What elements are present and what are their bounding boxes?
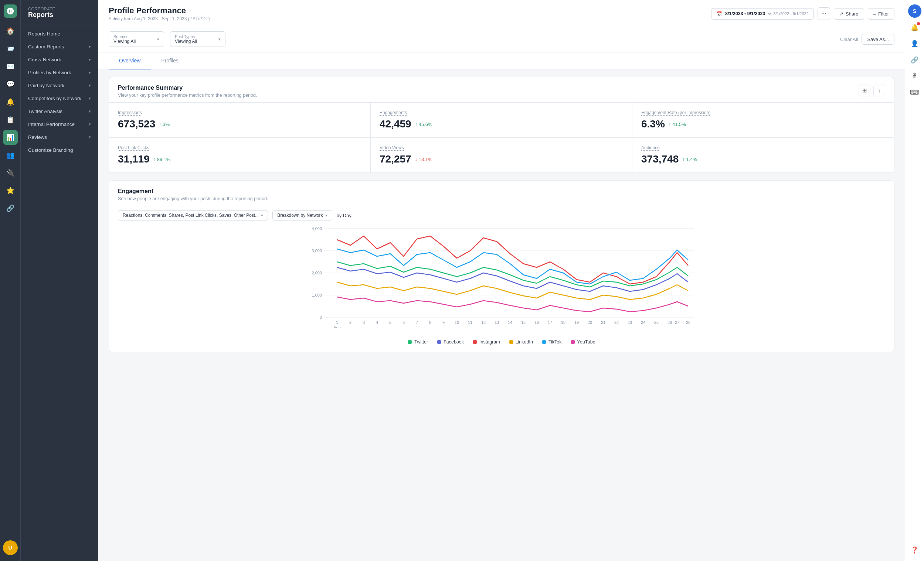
metrics-dropdown[interactable]: Reactions, Comments, Shares, Post Link C… [118,210,268,220]
svg-text:25: 25 [654,320,658,325]
sidebar-item-reviews[interactable]: Reviews ▾ [21,131,98,144]
svg-text:20: 20 [588,320,592,325]
chevron-icon: ▾ [89,44,91,49]
svg-text:22: 22 [614,320,619,325]
engagement-subtitle: See how people are engaging with your po… [118,196,268,201]
breakdown-dropdown[interactable]: Breakdown by Network ▾ [272,210,332,220]
youtube-legend-label: YouTube [578,340,596,344]
sources-select[interactable]: Sources Viewing All ▾ [109,31,164,47]
audience-value: 373,748 ↑ 1.4% [641,153,885,165]
sidebar-item-competitors-by-network[interactable]: Competitors by Network ▾ [21,92,98,105]
svg-text:3: 3 [363,320,365,325]
chevron-icon: ▾ [89,122,91,127]
legend-tiktok: TikTok [542,340,562,344]
activity-button[interactable]: 👤 [908,37,921,50]
share-icon: ↗ [839,11,843,16]
nav-apps-icon[interactable]: 🔌 [3,166,18,180]
facebook-legend-dot [437,340,441,344]
page-title: Profile Performance [109,6,210,15]
tabs-bar: Overview Profiles [98,52,905,69]
performance-summary-card: Performance Summary View your key profil… [109,77,894,173]
nav-inbox-icon[interactable]: 📨 [3,41,18,56]
post-types-select[interactable]: Post Types Viewing All ▾ [170,31,225,47]
sidebar-item-profiles-by-network[interactable]: Profiles by Network ▾ [21,66,98,79]
nav-analytics-icon[interactable]: 📊 [3,130,18,145]
grid-view-button[interactable]: ⊞ [859,85,870,96]
tab-overview[interactable]: Overview [109,52,151,69]
filter-button[interactable]: ≡ Filter [868,8,894,19]
export-button[interactable]: ↑ [873,85,885,96]
facebook-legend-label: Facebook [444,340,464,344]
post-link-clicks-change: ↑ 89.1% [153,157,171,162]
sources-chevron-icon: ▾ [157,37,159,42]
impressions-change: ↑ 3% [159,121,170,127]
chevron-icon: ▾ [89,83,91,88]
svg-text:9: 9 [442,320,445,325]
svg-text:17: 17 [548,320,552,325]
nav-groups-icon[interactable]: 🔗 [3,201,18,216]
nav-user-avatar[interactable]: U [3,540,18,555]
brand-title: Reports [28,11,91,19]
legend-youtube: YouTube [571,340,596,344]
chevron-icon: ▾ [89,109,91,114]
nav-campaigns-icon[interactable]: 🔔 [3,94,18,109]
monitor-button[interactable]: 🖥 [908,69,921,83]
clear-all-button[interactable]: Clear All [840,34,858,45]
link-button[interactable]: 🔗 [908,53,921,66]
metric-audience: Audience 373,748 ↑ 1.4% [632,138,894,172]
user-avatar-button[interactable]: S [908,4,921,18]
sidebar-item-reports-home[interactable]: Reports Home [21,27,98,40]
tab-profiles[interactable]: Profiles [151,52,189,69]
card-header: Performance Summary View your key profil… [109,77,894,102]
tiktok-legend-label: TikTok [549,340,562,344]
metric-engagements: Engagements 42,459 ↑ 45.6% [371,103,632,138]
breakdown-dropdown-chevron: ▾ [325,213,327,218]
sidebar-item-cross-network[interactable]: Cross-Network ▾ [21,53,98,66]
post-types-label-area: Post Types Viewing All [175,34,197,44]
svg-text:27: 27 [675,320,680,325]
metrics-grid: Impressions 673,523 ↑ 3% Engagements 42,… [109,102,894,172]
save-as-button[interactable]: Save As... [861,34,894,45]
sidebar-item-twitter-analysis[interactable]: Twitter Analysis ▾ [21,105,98,118]
keyboard-button[interactable]: ⌨ [908,86,921,99]
notifications-button[interactable]: 🔔 [908,21,921,34]
main-content: Profile Performance Activity from Aug 1,… [98,0,905,561]
sidebar-nav: Reports Home Custom Reports ▾ Cross-Netw… [21,24,98,561]
nav-star-icon[interactable]: ⭐ [3,183,18,198]
engagement-title: Engagement [118,188,268,194]
nav-listening-icon[interactable]: 📋 [3,112,18,127]
sidebar-item-custom-reports[interactable]: Custom Reports ▾ [21,40,98,53]
svg-text:12: 12 [481,320,486,325]
video-views-label: Video Views [380,145,623,150]
sidebar-item-customize-branding[interactable]: Customize Branding [21,144,98,157]
performance-summary-title: Performance Summary [118,85,257,91]
app-logo[interactable] [4,4,17,18]
svg-text:18: 18 [561,320,566,325]
nav-home-icon[interactable]: 🏠 [3,24,18,38]
date-range-button[interactable]: 📅 8/1/2023 - 9/1/2023 vs 8/1/2022 - 9/1/… [711,8,814,19]
svg-text:21: 21 [601,320,605,325]
metrics-dropdown-chevron: ▾ [261,213,263,218]
svg-text:7: 7 [416,320,418,325]
svg-text:6: 6 [402,320,405,325]
metric-video-views: Video Views 72,257 ↓ 13.1% [371,138,632,172]
metric-engagement-rate: Engagement Rate (per Impression) 6.3% ↑ … [632,103,894,138]
svg-text:4,000: 4,000 [312,226,322,231]
legend-twitter: Twitter [408,340,428,344]
youtube-legend-dot [571,340,575,344]
help-button[interactable]: ❓ [908,543,921,557]
sidebar-item-paid-by-network[interactable]: Paid by Network ▾ [21,79,98,92]
nav-publish-icon[interactable]: ✉️ [3,59,18,74]
sidebar-item-internal-performance[interactable]: Internal Performance ▾ [21,118,98,131]
post-link-clicks-value: 31,119 ↑ 89.1% [118,153,362,165]
engagement-card: Engagement See how people are engaging w… [109,180,894,352]
svg-text:23: 23 [628,320,632,325]
nav-engage-icon[interactable]: 💬 [3,77,18,91]
more-options-button[interactable]: ··· [818,7,830,20]
engagement-chart: 4,000 3,000 2,000 1,000 0 1 2 3 4 5 6 7 … [118,225,885,328]
chevron-icon: ▾ [89,70,91,75]
share-button[interactable]: ↗ Share [834,8,864,19]
nav-people-icon[interactable]: 👥 [3,148,18,163]
svg-text:24: 24 [641,320,645,325]
chart-legend: Twitter Facebook Instagram LinkedIn TikT… [109,336,894,352]
